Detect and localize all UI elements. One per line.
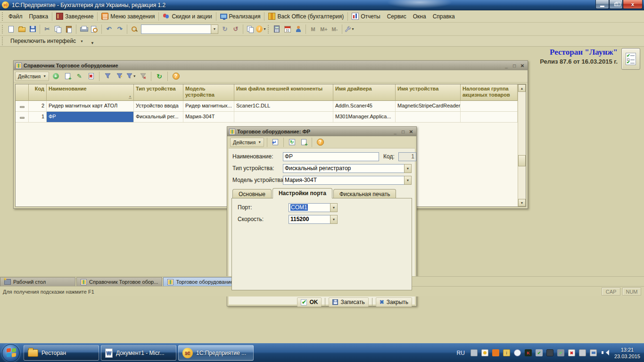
column-header-device-type[interactable]: Тип устройства xyxy=(134,84,183,101)
menu-sales[interactable]: Реализация xyxy=(217,12,264,21)
actions-menu-button[interactable]: Действия▼ xyxy=(230,138,264,147)
device-type-combo[interactable]: Фискальный регистратор ▼ xyxy=(283,164,412,173)
write-button[interactable] xyxy=(270,137,281,148)
close-button[interactable]: x xyxy=(623,0,643,9)
cell-tax-group[interactable] xyxy=(461,112,518,122)
undo-button[interactable]: ↶ xyxy=(104,24,114,34)
cell-model[interactable]: Мария-304Т xyxy=(183,112,234,122)
photo-viewer-tray-icon[interactable] xyxy=(481,349,488,356)
volume-tray-icon[interactable] xyxy=(601,349,608,356)
column-header-component-file[interactable]: Имя файла внешней компоненты xyxy=(234,84,333,101)
cell-tax-group[interactable] xyxy=(461,101,518,111)
menu-edit[interactable]: Правка xyxy=(26,12,52,21)
column-header-name[interactable]: Наименование▲ xyxy=(47,84,134,101)
memory-plus-button[interactable]: M+ xyxy=(319,24,329,34)
usb-safe-remove-tray-icon[interactable]: ✔ xyxy=(557,349,564,356)
paste-button[interactable] xyxy=(64,24,74,34)
table-row-selected[interactable]: 1 ФР Фискальный рег... Мария-304Т M301Ma… xyxy=(16,112,518,123)
row-marker-header[interactable] xyxy=(16,84,29,101)
cell-component-file[interactable] xyxy=(234,112,333,122)
filter-sort-button[interactable] xyxy=(102,71,113,82)
menu-discounts[interactable]: Скидки и акции xyxy=(159,11,215,21)
ok-button[interactable]: ✔OK xyxy=(297,297,322,307)
scroll-up-button[interactable]: ▲ xyxy=(518,84,526,92)
menu-file[interactable]: Файл xyxy=(5,12,26,21)
info-button[interactable]: i▼ xyxy=(256,24,266,34)
port-combo[interactable]: COM1 ▼ xyxy=(289,203,338,212)
minimize-button[interactable]: _ xyxy=(503,63,510,69)
cut-button[interactable]: ✂ xyxy=(42,24,52,34)
menu-establishment-menu[interactable]: Меню заведения xyxy=(98,11,158,21)
cell-driver[interactable]: M301Manager.Applica... xyxy=(333,112,396,122)
close-dialog-button[interactable]: ✖Закрыть xyxy=(376,297,412,307)
filter-by-value-button[interactable] xyxy=(114,71,124,82)
language-indicator[interactable]: RU xyxy=(457,350,465,356)
network-tray-icon[interactable] xyxy=(590,349,597,356)
delete-button[interactable] xyxy=(86,71,96,82)
scroll-down-button[interactable]: ▼ xyxy=(518,199,526,206)
dropdown-button[interactable]: ▼ xyxy=(404,164,412,173)
help-button[interactable]: ? xyxy=(315,137,325,148)
save-button[interactable] xyxy=(27,24,38,34)
close-button[interactable]: ✕ xyxy=(519,63,526,69)
format-copy-button[interactable] xyxy=(245,24,256,34)
open-button[interactable] xyxy=(17,24,27,34)
maximize-button[interactable]: □ xyxy=(400,129,406,135)
toolbar-overflow-chevron[interactable]: ▼ xyxy=(91,41,94,45)
scrollbar-thumb[interactable] xyxy=(518,155,526,166)
cell-name-selected[interactable]: ФР xyxy=(47,112,134,122)
menu-help[interactable]: Справка xyxy=(429,12,458,21)
clear-filter-button[interactable] xyxy=(138,71,148,82)
print-preview-button[interactable] xyxy=(89,24,99,34)
menu-backoffice[interactable]: Back Office (бухгалтерия) xyxy=(265,11,347,21)
help-button[interactable]: ? xyxy=(171,71,181,82)
user-monitor-button[interactable] xyxy=(293,24,304,34)
column-header-tax-group[interactable]: Налоговая группа акцизных товаров xyxy=(461,84,518,101)
app-badge-tray-icon[interactable] xyxy=(514,349,521,356)
switch-interface-button[interactable]: Переключить интерфейс ▼ xyxy=(5,35,87,47)
tab-fiscal-print[interactable]: Фискальная печать xyxy=(333,189,396,198)
add-copy-button[interactable] xyxy=(62,71,73,82)
minimize-button[interactable] xyxy=(595,0,609,9)
dropdown-button[interactable]: ▼ xyxy=(330,215,338,224)
find-button[interactable] xyxy=(129,24,140,34)
power-tray-icon[interactable] xyxy=(579,349,586,356)
cell-component-file[interactable]: Scaner1C.DLL xyxy=(234,101,333,111)
minimize-button[interactable]: _ xyxy=(392,129,398,135)
redo-button[interactable]: ↷ xyxy=(115,24,125,34)
toolbar-grip[interactable] xyxy=(2,37,4,45)
search-dropdown-button[interactable]: ▼ xyxy=(211,25,218,34)
action-center-flag-tray-icon[interactable]: ✖ xyxy=(568,349,575,356)
start-button[interactable] xyxy=(2,344,20,362)
memory-minus-button[interactable]: M- xyxy=(330,24,340,34)
cell-device-type[interactable]: Устройство ввода xyxy=(134,101,183,111)
find-next-button[interactable]: ↻ xyxy=(220,24,230,34)
search-input[interactable] xyxy=(141,25,211,34)
task-panel-button[interactable]: ✔✔ xyxy=(621,48,640,70)
cell-code[interactable]: 2 xyxy=(29,101,47,111)
add-button[interactable]: + xyxy=(50,71,61,82)
menu-service[interactable]: Сервис xyxy=(384,12,410,21)
cell-device-name[interactable]: MagneticStripeCardReader xyxy=(396,101,461,111)
maximize-button[interactable]: □ xyxy=(511,63,518,69)
menu-reports[interactable]: Отчеты xyxy=(348,11,383,21)
tab-port-settings[interactable]: Настройки порта xyxy=(272,188,332,198)
actions-menu-button[interactable]: Действия▼ xyxy=(15,72,49,81)
tab-main[interactable]: Основные xyxy=(232,189,272,198)
cell-driver[interactable]: AddIn.Scaner45 xyxy=(333,101,396,111)
vertical-scrollbar[interactable]: ▲ ▼ xyxy=(518,84,526,206)
column-header-code[interactable]: Код xyxy=(29,84,47,101)
memory-m-button[interactable]: M xyxy=(308,24,318,34)
calculator-button[interactable] xyxy=(272,24,282,34)
display-settings-tray-icon[interactable] xyxy=(546,349,553,356)
kaspersky-tray-icon[interactable]: K xyxy=(525,349,532,356)
tab-catalog-equipment[interactable]: Справочник Торговое обор... xyxy=(76,277,162,286)
taskbar-app-1c[interactable]: 1С 1С:Предприятие ... xyxy=(178,345,254,361)
menu-windows[interactable]: Окна xyxy=(410,12,429,21)
cell-device-type[interactable]: Фискальный рег... xyxy=(134,112,183,122)
dropdown-button[interactable]: ▼ xyxy=(330,203,338,212)
toolbar-grip[interactable] xyxy=(268,25,270,33)
new-document-button[interactable] xyxy=(6,24,16,34)
print-button[interactable] xyxy=(78,24,89,34)
speed-combo[interactable]: 115200 ▼ xyxy=(289,215,338,224)
